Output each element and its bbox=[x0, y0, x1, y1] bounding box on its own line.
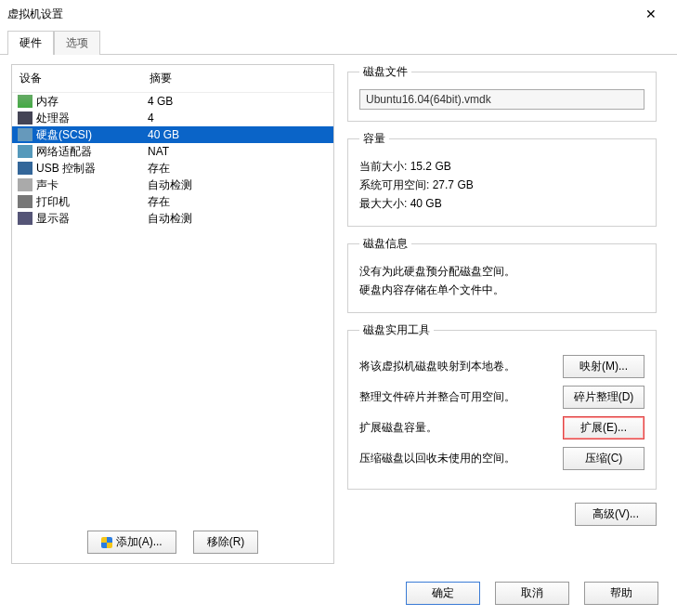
capacity-group: 容量 当前大小: 15.2 GB 系统可用空间: 27.7 GB 最大大小: 4… bbox=[347, 131, 657, 227]
defrag-label: 整理文件碎片并整合可用空间。 bbox=[359, 389, 563, 405]
device-icon bbox=[18, 128, 33, 141]
device-row-3[interactable]: 网络适配器NAT bbox=[12, 143, 333, 160]
device-row-2[interactable]: 硬盘(SCSI)40 GB bbox=[12, 126, 333, 143]
expand-button[interactable]: 扩展(E)... bbox=[563, 416, 644, 439]
current-size-value: 15.2 GB bbox=[410, 160, 451, 173]
device-list-pane: 设备 摘要 内存4 GB处理器4硬盘(SCSI)40 GB网络适配器NATUSB… bbox=[11, 64, 334, 564]
free-space-value: 27.7 GB bbox=[433, 178, 474, 191]
tab-hardware[interactable]: 硬件 bbox=[7, 31, 54, 55]
current-size-label: 当前大小: bbox=[359, 160, 407, 173]
device-summary: 自动检测 bbox=[148, 211, 328, 227]
device-row-0[interactable]: 内存4 GB bbox=[12, 93, 333, 110]
disk-info-group: 磁盘信息 没有为此硬盘预分配磁盘空间。 硬盘内容存储在单个文件中。 bbox=[347, 236, 657, 313]
disk-file-field[interactable]: Ubuntu16.04(64bit).vmdk bbox=[359, 89, 644, 110]
device-row-5[interactable]: 声卡自动检测 bbox=[12, 177, 333, 193]
disk-info-legend: 磁盘信息 bbox=[359, 236, 411, 252]
device-name: 网络适配器 bbox=[36, 144, 148, 160]
window-title: 虚拟机设置 bbox=[7, 7, 63, 22]
device-icon bbox=[18, 95, 33, 108]
device-name: 处理器 bbox=[36, 111, 148, 126]
map-label: 将该虚拟机磁盘映射到本地卷。 bbox=[359, 359, 563, 374]
device-name: 硬盘(SCSI) bbox=[36, 127, 148, 143]
tab-options[interactable]: 选项 bbox=[54, 31, 100, 55]
disk-file-group: 磁盘文件 Ubuntu16.04(64bit).vmdk bbox=[347, 64, 657, 122]
device-icon bbox=[18, 162, 33, 175]
device-icon bbox=[18, 195, 33, 208]
max-size-value: 40 GB bbox=[410, 197, 442, 210]
device-summary: 存在 bbox=[148, 194, 328, 210]
tab-bar: 硬件 选项 bbox=[0, 30, 677, 55]
device-row-7[interactable]: 显示器自动检测 bbox=[12, 210, 333, 227]
shield-icon bbox=[101, 537, 112, 548]
disk-file-legend: 磁盘文件 bbox=[359, 64, 411, 80]
close-icon[interactable]: ✕ bbox=[632, 7, 670, 21]
device-row-4[interactable]: USB 控制器存在 bbox=[12, 160, 333, 177]
device-icon bbox=[18, 145, 33, 158]
capacity-legend: 容量 bbox=[359, 131, 389, 147]
device-summary: 存在 bbox=[148, 161, 328, 177]
device-summary: 自动检测 bbox=[148, 177, 328, 193]
device-row-1[interactable]: 处理器4 bbox=[12, 110, 333, 126]
device-icon bbox=[18, 111, 33, 125]
col-summary-header: 摘要 bbox=[142, 65, 333, 92]
free-space-label: 系统可用空间: bbox=[359, 178, 429, 191]
disk-info-line1: 没有为此硬盘预分配磁盘空间。 bbox=[359, 264, 644, 280]
device-name: 内存 bbox=[36, 94, 148, 110]
device-summary: 40 GB bbox=[148, 128, 328, 141]
device-name: 打印机 bbox=[36, 194, 148, 210]
disk-tools-group: 磁盘实用工具 将该虚拟机磁盘映射到本地卷。映射(M)... 整理文件碎片并整合可… bbox=[347, 322, 657, 490]
compress-label: 压缩磁盘以回收未使用的空间。 bbox=[359, 451, 563, 466]
device-name: 声卡 bbox=[36, 177, 148, 193]
add-button[interactable]: 添加(A)... bbox=[87, 531, 176, 554]
device-summary: 4 bbox=[148, 111, 328, 125]
cancel-button[interactable]: 取消 bbox=[495, 582, 569, 605]
device-row-6[interactable]: 打印机存在 bbox=[12, 193, 333, 210]
advanced-button[interactable]: 高级(V)... bbox=[575, 503, 657, 526]
device-summary: 4 GB bbox=[148, 95, 328, 108]
map-button[interactable]: 映射(M)... bbox=[563, 355, 644, 378]
help-button[interactable]: 帮助 bbox=[584, 582, 658, 605]
col-device-header: 设备 bbox=[12, 65, 142, 92]
device-icon bbox=[18, 178, 33, 191]
device-name: 显示器 bbox=[36, 211, 148, 227]
device-summary: NAT bbox=[148, 145, 328, 158]
disk-tools-legend: 磁盘实用工具 bbox=[359, 322, 434, 338]
expand-label: 扩展磁盘容量。 bbox=[359, 420, 563, 436]
compress-button[interactable]: 压缩(C) bbox=[563, 447, 644, 470]
device-list[interactable]: 内存4 GB处理器4硬盘(SCSI)40 GB网络适配器NATUSB 控制器存在… bbox=[12, 93, 333, 308]
ok-button[interactable]: 确定 bbox=[406, 582, 480, 605]
device-icon bbox=[18, 212, 33, 225]
remove-button[interactable]: 移除(R) bbox=[193, 531, 259, 554]
max-size-label: 最大大小: bbox=[359, 197, 407, 210]
disk-info-line2: 硬盘内容存储在单个文件中。 bbox=[359, 282, 644, 298]
device-name: USB 控制器 bbox=[36, 161, 148, 177]
defrag-button[interactable]: 碎片整理(D) bbox=[563, 386, 644, 409]
